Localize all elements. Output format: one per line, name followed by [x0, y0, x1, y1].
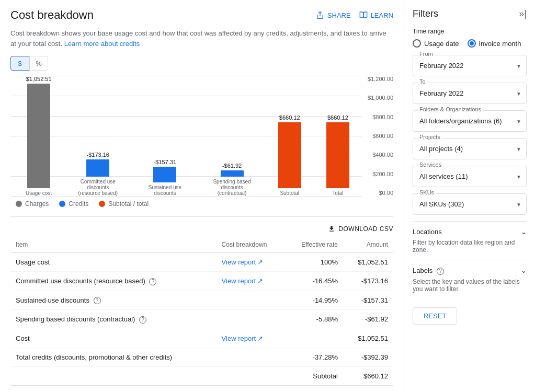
col-breakdown: Cost breakdown: [217, 237, 286, 253]
table-row: Total credits (discounts, promotional & …: [10, 348, 393, 366]
view-report-cost[interactable]: View report ↗: [222, 335, 264, 342]
bar-committed: -$173.16 Committed use discounts(resourc…: [77, 152, 119, 196]
folders-select-wrapper: All folders/organizations (6): [413, 110, 527, 132]
projects-dropdown: Projects All projects (4): [413, 138, 527, 159]
services-dropdown: Services All services (11): [413, 166, 527, 187]
labels-chevron-icon: ⌄: [521, 267, 527, 274]
download-row: DOWNLOAD CSV: [10, 225, 393, 233]
table-row: Spending based discounts (contractual) ?…: [10, 310, 393, 329]
breakdown-total-credits: [217, 348, 286, 366]
legend-subtotal: Subtotal / total: [99, 200, 149, 207]
download-icon: [328, 225, 335, 233]
view-report-usage[interactable]: View report ↗: [222, 258, 264, 266]
projects-select[interactable]: All projects (4): [413, 138, 527, 159]
time-range-label: Time range: [413, 28, 527, 35]
sidebar-collapse-icon[interactable]: »|: [519, 8, 527, 19]
breakdown-usage-cost: View report ↗: [217, 253, 286, 272]
bar-sustained: -$157.31 Sustained use discounts: [144, 159, 186, 196]
bar-committed-rect: [86, 159, 109, 177]
item-cost: Cost: [10, 329, 217, 348]
help-icon-spending[interactable]: ?: [139, 316, 146, 324]
locations-chevron-icon: ⌄: [521, 228, 527, 236]
time-range-radio-group: Usage date Invoice month: [413, 39, 527, 48]
bars-container: $1,052.51 Usage cost -$173.16 Committed …: [10, 76, 393, 196]
legend-dot-credits: [59, 201, 65, 207]
bar-spending: -$61.92 Spending based discounts(contrac…: [211, 163, 253, 196]
table-row: Usage cost View report ↗ 100% $1,052.51: [10, 253, 393, 272]
col-amount: Amount: [343, 237, 393, 253]
chart-container: $1,052.51 Usage cost -$173.16 Committed …: [10, 76, 393, 217]
share-button[interactable]: SHARE: [316, 11, 351, 19]
breakdown-sustained: [217, 291, 286, 310]
folders-select[interactable]: All folders/organizations (6): [413, 110, 527, 132]
learn-more-link[interactable]: Learn more about credits: [64, 40, 140, 48]
help-icon-labels[interactable]: ?: [437, 268, 444, 275]
skus-dropdown: SKUs All SKUs (302): [413, 193, 527, 215]
breakdown-spending: [217, 310, 286, 329]
bar-spending-rect: [221, 170, 244, 177]
learn-icon: [359, 11, 368, 19]
legend-dot-subtotal: [99, 201, 105, 207]
to-select-wrapper: February 2022: [413, 83, 527, 104]
to-select[interactable]: February 2022: [413, 83, 527, 104]
skus-select[interactable]: All SKUs (302): [413, 193, 527, 215]
chart-legend: Charges Credits Subtotal / total: [10, 196, 393, 212]
bar-usage-cost-rect: [27, 84, 50, 188]
projects-select-wrapper: All projects (4): [413, 138, 527, 159]
percent-toggle[interactable]: %: [29, 56, 48, 71]
col-item: Item: [10, 237, 217, 253]
legend-credits: Credits: [59, 200, 88, 207]
bar-subtotal: $660.12 Subtotal: [278, 114, 301, 196]
help-icon-committed[interactable]: ?: [149, 278, 156, 285]
locations-body: Filter by location data like region and …: [413, 239, 527, 253]
item-usage-cost: Usage cost: [10, 253, 217, 272]
bar-usage-cost: $1,052.51 Usage cost: [26, 76, 52, 196]
time-range-section: Time range Usage date Invoice month: [413, 28, 527, 48]
table-row: Committed use discounts (resource based)…: [10, 272, 393, 291]
locations-section: Locations ⌄ Filter by location data like…: [413, 221, 527, 260]
reset-button[interactable]: RESET: [413, 307, 457, 325]
to-dropdown: To February 2022: [413, 83, 527, 104]
radio-invoice-month[interactable]: Invoice month: [468, 39, 521, 48]
from-select-wrapper: February 2022: [413, 55, 527, 76]
y-axis: $1,200.00 $1,000.00 $800.00 $600.00 $400…: [363, 76, 393, 196]
bar-total-rect: [326, 122, 349, 188]
table-row: Sustained use discounts ? -14.95% -$157.…: [10, 291, 393, 310]
from-dropdown: From February 2022: [413, 55, 527, 76]
learn-button[interactable]: LEARN: [359, 11, 393, 19]
from-select[interactable]: February 2022: [413, 55, 527, 76]
legend-dot-charges: [16, 201, 22, 207]
currency-toggle: $ %: [10, 56, 393, 71]
item-total-credits: Total credits (discounts, promotional & …: [10, 348, 217, 366]
breakdown-committed: View report ↗: [217, 272, 286, 291]
filters-sidebar: Filters »| Time range Usage date Invoice…: [404, 0, 535, 392]
help-icon-sustained[interactable]: ?: [94, 297, 101, 304]
legend-charges: Charges: [16, 200, 49, 207]
item-committed: Committed use discounts (resource based)…: [10, 272, 217, 291]
folders-dropdown: Folders & Organizations All folders/orga…: [413, 110, 527, 132]
main-content: Cost breakdown SHARE LEARN Cost breakdow…: [0, 0, 404, 392]
table-row: Cost View report ↗ $1,052.51: [10, 329, 393, 348]
services-select[interactable]: All services (11): [413, 166, 527, 187]
breakdown-table: Item Cost breakdown Effective rate Amoun…: [10, 237, 393, 392]
radio-circle-usage: [413, 39, 421, 48]
header-actions: SHARE LEARN: [316, 11, 393, 19]
sidebar-title: Filters »|: [413, 8, 527, 19]
subtotal-row: Subtotal $660.12: [10, 366, 393, 385]
labels-header[interactable]: Labels ? ⌄: [413, 267, 527, 275]
radio-circle-invoice: [468, 39, 476, 48]
skus-select-wrapper: All SKUs (302): [413, 193, 527, 215]
locations-header[interactable]: Locations ⌄: [413, 228, 527, 236]
bar-subtotal-rect: [278, 122, 301, 188]
page-header: Cost breakdown SHARE LEARN: [10, 8, 393, 22]
labels-section: Labels ? ⌄ Select the key and values of …: [413, 260, 527, 299]
radio-usage-date[interactable]: Usage date: [413, 39, 459, 48]
view-report-committed[interactable]: View report ↗: [222, 277, 264, 285]
services-select-wrapper: All services (11): [413, 166, 527, 187]
download-csv-button[interactable]: DOWNLOAD CSV: [328, 225, 393, 233]
page-title: Cost breakdown: [10, 8, 94, 22]
item-spending: Spending based discounts (contractual) ?: [10, 310, 217, 329]
locations-title: Locations: [413, 228, 442, 236]
dollar-toggle[interactable]: $: [10, 56, 29, 71]
labels-body: Select the key and values of the labels …: [413, 278, 527, 293]
